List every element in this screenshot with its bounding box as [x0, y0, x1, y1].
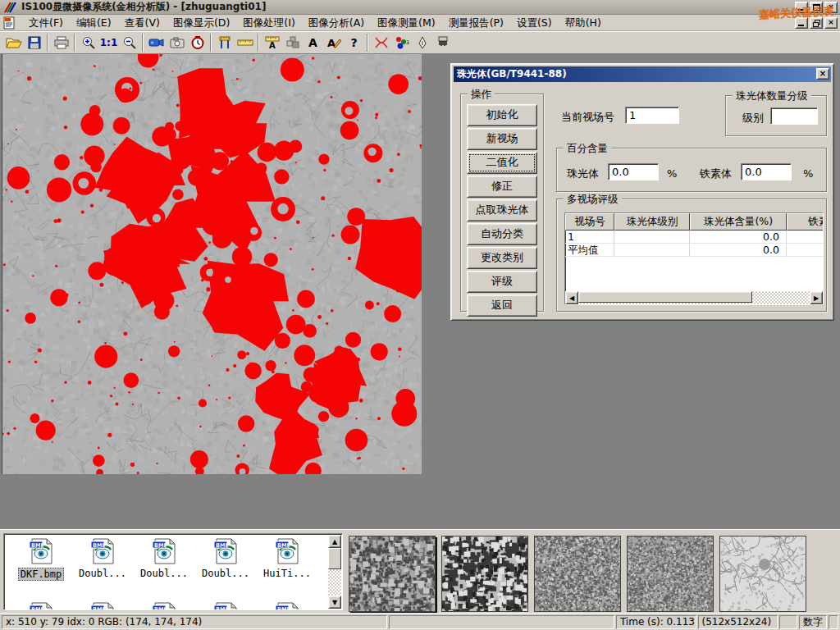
open-button[interactable]: [3, 33, 24, 52]
ferrite-input[interactable]: [741, 163, 792, 180]
window-maximize-button[interactable]: [810, 2, 823, 13]
save-button[interactable]: [24, 33, 44, 52]
binarized-micrograph-image[interactable]: [2, 54, 422, 474]
pen-tool-button[interactable]: [412, 33, 432, 52]
micrograph-thumbnail[interactable]: [349, 536, 436, 612]
brush-tool-button[interactable]: [432, 33, 453, 52]
file-item[interactable]: BMP: [135, 601, 193, 610]
mdi-restore-button[interactable]: [810, 17, 823, 29]
file-item[interactable]: BMP: [74, 601, 131, 610]
file-scroll-up-arrow[interactable]: ▲: [328, 535, 341, 548]
micrograph-thumbnail[interactable]: [627, 536, 714, 612]
op-button-0[interactable]: 初始化: [467, 104, 537, 126]
table-horizontal-scrollbar[interactable]: ◀ ▶: [565, 291, 823, 304]
file-scroll-down-arrow[interactable]: ▼: [328, 596, 341, 609]
count-points-button[interactable]: 3: [391, 33, 412, 52]
file-item[interactable]: BMPDoubl...: [135, 537, 193, 579]
op-button-2[interactable]: 二值化: [467, 152, 537, 174]
op-button-7[interactable]: 评级: [467, 271, 537, 293]
table-cell: [787, 244, 824, 257]
file-list-scrollbar[interactable]: ▲ ▼: [328, 535, 341, 609]
scroll-thumb[interactable]: [578, 291, 752, 303]
file-item[interactable]: BMPHuiTi...: [258, 537, 316, 579]
menu-item-9[interactable]: 帮助(H): [559, 16, 608, 31]
pearlite-input[interactable]: [608, 163, 659, 180]
timer-button[interactable]: [187, 33, 208, 52]
grade-input[interactable]: [770, 107, 818, 125]
dialog-title-bar[interactable]: 珠光体(GB/T9441-88) ×: [454, 66, 831, 82]
op-button-5[interactable]: 自动分类: [467, 223, 537, 245]
ruler-button[interactable]: [235, 33, 255, 52]
micrograph-thumbnail[interactable]: [534, 536, 621, 612]
camera-button[interactable]: [167, 33, 187, 52]
table-header-0[interactable]: 视场号: [565, 213, 614, 231]
actual-size-button[interactable]: 1:1: [98, 33, 119, 52]
grid-tool-button[interactable]: [282, 33, 303, 52]
video-camera-button[interactable]: [146, 33, 167, 52]
op-button-8[interactable]: 返回: [467, 294, 537, 317]
menu-item-8[interactable]: 设置(S): [510, 16, 559, 31]
table-row[interactable]: 平均值0.0: [565, 244, 823, 257]
table-cell: 平均值: [565, 244, 614, 257]
curve-tool-button[interactable]: [371, 33, 391, 52]
file-item[interactable]: BMP: [197, 601, 254, 610]
svg-text:BMP: BMP: [216, 606, 229, 611]
menu-item-1[interactable]: 编辑(E): [70, 16, 118, 31]
bmp-file-icon: BMP: [12, 537, 70, 568]
menu-item-4[interactable]: 图像处理(I): [236, 16, 301, 31]
mode-indicator: 数字: [799, 615, 827, 629]
mdi-minimize-button[interactable]: [795, 17, 808, 29]
grade-group-label: 珠光体数量分级: [733, 89, 811, 103]
status-spacer: [779, 615, 797, 629]
file-item[interactable]: BMPDoubl...: [197, 537, 254, 579]
menu-item-5[interactable]: 图像分析(A): [302, 16, 371, 31]
brush-tool-icon: [437, 36, 449, 49]
zoom-in-button[interactable]: [78, 33, 98, 52]
scroll-right-arrow[interactable]: ▶: [810, 291, 823, 304]
menu-item-0[interactable]: 文件(F): [22, 16, 70, 31]
window-minimize-button[interactable]: [795, 2, 808, 13]
op-button-1[interactable]: 新视场: [467, 128, 537, 150]
svg-text:BMP: BMP: [154, 542, 167, 549]
document-icon: [2, 16, 17, 30]
table-header-1[interactable]: 珠光体级别: [614, 213, 690, 231]
table-row[interactable]: 10.0: [565, 231, 823, 244]
file-item[interactable]: BMPDKF.bmp: [12, 537, 70, 581]
op-button-4[interactable]: 点取珠光体: [467, 199, 537, 221]
print-button[interactable]: [51, 33, 71, 52]
rating-table[interactable]: 视场号珠光体级别珠光体含量(%)铁素体 10.0平均值0.0 ◀ ▶: [564, 212, 824, 305]
menu-item-7[interactable]: 测量报告(P): [442, 16, 510, 31]
file-list[interactable]: BMPBMPBMPBMPBMPBMPHuiTi...BMPDoubl...BMP…: [3, 533, 343, 610]
pearlite-label: 珠光体: [567, 167, 599, 181]
scroll-left-arrow[interactable]: ◀: [565, 291, 578, 304]
file-item[interactable]: BMP: [258, 601, 316, 610]
micrograph-thumbnail[interactable]: [719, 536, 806, 612]
text-tool-button[interactable]: A: [303, 33, 323, 52]
status-spacer: [829, 615, 838, 629]
file-item[interactable]: BMPDoubl...: [74, 537, 131, 579]
op-button-3[interactable]: 修正: [467, 176, 537, 198]
actual-size-icon: 1:1: [100, 37, 118, 48]
zoom-out-button[interactable]: [119, 33, 139, 52]
measure-text-button[interactable]: A: [262, 33, 282, 52]
file-scroll-thumb[interactable]: [328, 548, 341, 569]
menu-item-3[interactable]: 图像显示(D): [167, 16, 236, 31]
dialog-close-button[interactable]: ×: [816, 68, 829, 80]
menu-item-2[interactable]: 查看(V): [118, 16, 167, 31]
scroll-track[interactable]: [578, 291, 810, 304]
current-field-input[interactable]: [625, 107, 679, 124]
menu-bar: 文件(F)编辑(E)查看(V)图像显示(D)图像处理(I)图像分析(A)图像测量…: [0, 16, 840, 31]
annotate-button[interactable]: A: [323, 33, 344, 52]
mdi-close-button[interactable]: ×: [824, 17, 838, 29]
help-button[interactable]: ?: [344, 33, 364, 52]
caliper-button[interactable]: [214, 33, 235, 52]
window-close-button[interactable]: ×: [824, 2, 838, 13]
table-header-2[interactable]: 珠光体含量(%): [690, 213, 787, 231]
svg-text:BMP: BMP: [31, 606, 44, 611]
micrograph-thumbnail[interactable]: [441, 536, 528, 612]
op-button-6[interactable]: 更改类别: [467, 247, 537, 269]
print-icon: [54, 36, 69, 49]
menu-item-6[interactable]: 图像测量(M): [371, 16, 442, 31]
file-item[interactable]: BMP: [12, 601, 70, 610]
table-header-3[interactable]: 铁素体: [787, 213, 824, 231]
